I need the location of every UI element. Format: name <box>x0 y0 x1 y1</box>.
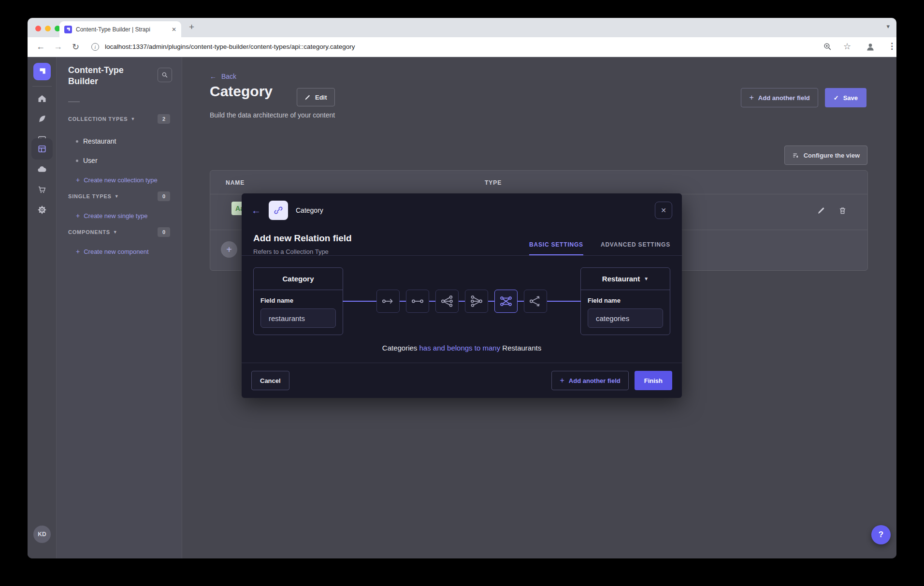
collection-types-count-badge: 2 <box>158 114 170 124</box>
edit-label: Edit <box>315 94 327 101</box>
save-button[interactable]: ✓ Save <box>825 88 866 107</box>
plus-icon: + <box>76 248 80 255</box>
ctb-sidebar-panel: Content-Type Builder COLLECTION TYPES▼ 2… <box>57 57 182 558</box>
modal-back-arrow-icon[interactable]: ← <box>251 205 261 216</box>
profile-avatar-icon[interactable] <box>866 42 875 54</box>
home-icon[interactable] <box>36 93 48 104</box>
reload-icon[interactable]: ↻ <box>72 42 79 52</box>
close-icon[interactable]: ✕ <box>655 202 672 219</box>
forward-icon[interactable]: → <box>54 42 62 52</box>
create-component-link[interactable]: +Create new component <box>76 248 149 255</box>
cancel-button[interactable]: Cancel <box>251 371 289 390</box>
edit-field-pencil-icon[interactable] <box>817 206 826 215</box>
finish-button[interactable]: Finish <box>635 371 672 390</box>
page-title: Category <box>210 83 273 100</box>
source-field-name-input[interactable]: restaurants <box>260 308 336 328</box>
tab-advanced-settings[interactable]: ADVANCED SETTINGS <box>601 241 670 255</box>
new-tab-button[interactable]: + <box>189 22 194 32</box>
section-single-types[interactable]: SINGLE TYPES▼ <box>68 193 119 199</box>
sidebar-item-user[interactable]: User <box>76 157 98 164</box>
plus-icon: + <box>76 212 80 220</box>
content-manager-feather-icon[interactable] <box>36 113 48 125</box>
close-window-button[interactable] <box>35 26 41 31</box>
table-add-field-button[interactable]: + <box>221 241 237 258</box>
search-button[interactable] <box>158 68 172 82</box>
bullet-icon <box>76 160 78 162</box>
header-actions: + Add another field ✓ Save <box>741 88 866 107</box>
browser-menu-icon[interactable]: ⋮ <box>888 41 896 51</box>
user-avatar[interactable]: KD <box>33 526 51 543</box>
target-collection-dropdown[interactable]: Restaurant ▼ <box>581 268 670 290</box>
relation-field-tile <box>269 201 288 220</box>
plus-icon: + <box>226 244 232 255</box>
relation-many-to-one-button[interactable] <box>465 290 488 313</box>
configure-view-button[interactable]: Configure the view <box>784 146 867 165</box>
link-label: Create new collection type <box>84 176 157 184</box>
browser-tab[interactable]: Content-Type Builder | Strapi ✕ <box>59 21 181 37</box>
chevron-down-icon: ▼ <box>644 276 649 281</box>
components-count-badge: 0 <box>158 227 170 237</box>
panel-title: Content-Type Builder <box>68 65 141 87</box>
bullet-icon <box>76 140 78 143</box>
zoom-icon[interactable] <box>823 42 832 53</box>
one-way-icon <box>381 294 395 308</box>
target-card: Restaurant ▼ Field name categories <box>580 267 670 335</box>
button-label: Save <box>843 94 858 102</box>
add-relation-modal: ← Category ✕ Add new Relation field <box>242 193 682 398</box>
browser-tabstrip: Content-Type Builder | Strapi ✕ + ▾ <box>28 18 896 37</box>
add-another-field-button[interactable]: + Add another field <box>741 88 818 107</box>
delete-field-trash-icon[interactable] <box>838 206 847 215</box>
bookmark-star-icon[interactable]: ☆ <box>843 41 851 52</box>
marketplace-cart-icon[interactable] <box>36 184 48 195</box>
modal-body: Category Field name restaurants <box>242 256 682 363</box>
back-link[interactable]: ←Back <box>210 73 236 80</box>
many-way-icon <box>528 294 543 308</box>
link-label: Create new component <box>84 248 148 255</box>
minimize-window-button[interactable] <box>45 26 51 31</box>
sidebar-item-restaurant[interactable]: Restaurant <box>76 137 116 145</box>
settings-gear-icon[interactable] <box>36 204 48 216</box>
site-info-icon[interactable]: i <box>91 43 99 51</box>
item-label: Restaurant <box>83 137 116 145</box>
item-label: User <box>83 157 98 164</box>
relation-many-way-button[interactable] <box>524 290 547 313</box>
relation-one-to-many-button[interactable] <box>435 290 459 313</box>
url-field[interactable]: localhost:1337/admin/plugins/content-typ… <box>105 43 355 50</box>
target-field-name-input[interactable]: categories <box>588 308 663 328</box>
strapi-admin-app: KD Content-Type Builder COLLECTION TYPES… <box>28 57 896 558</box>
modal-titlebar: Add new Relation field Refers to a Colle… <box>242 227 682 255</box>
search-icon <box>161 72 168 78</box>
cloud-icon[interactable] <box>36 163 48 175</box>
tab-close-icon[interactable]: ✕ <box>172 26 176 33</box>
edit-button[interactable]: Edit <box>297 88 335 106</box>
field-name-label: Field name <box>588 297 663 304</box>
sentence-relation: has and belongs to many <box>419 344 501 352</box>
relation-sentence: Categories has and belongs to many Resta… <box>253 344 670 352</box>
relation-one-to-one-button[interactable] <box>406 290 429 313</box>
tab-basic-settings[interactable]: BASIC SETTINGS <box>529 241 583 255</box>
plus-icon: + <box>76 176 80 184</box>
strapi-favicon-icon <box>64 26 72 33</box>
tab-search-chevron-icon[interactable]: ▾ <box>886 23 890 30</box>
section-label: SINGLE TYPES <box>68 193 112 199</box>
create-single-type-link[interactable]: +Create new single type <box>76 212 147 220</box>
relation-many-to-many-button[interactable] <box>494 290 518 313</box>
many-to-one-icon <box>469 294 484 308</box>
chevron-down-icon: ▼ <box>130 117 135 121</box>
section-collection-types[interactable]: COLLECTION TYPES▼ <box>68 116 135 122</box>
section-components[interactable]: COMPONENTS▼ <box>68 229 118 235</box>
modal-footer: Cancel + Add another field Finish <box>242 363 682 398</box>
content-type-builder-icon[interactable] <box>36 143 48 155</box>
modal-breadcrumb: Category <box>296 206 323 214</box>
back-icon[interactable]: ← <box>36 42 45 52</box>
relation-diagram: Category Field name restaurants <box>253 267 670 335</box>
strapi-logo[interactable] <box>33 63 51 80</box>
create-collection-type-link[interactable]: +Create new collection type <box>76 176 158 184</box>
modal-tabs: BASIC SETTINGS ADVANCED SETTINGS <box>529 241 670 255</box>
relation-one-way-button[interactable] <box>376 290 400 313</box>
screenshot-stage: Content-Type Builder | Strapi ✕ + ▾ ← → … <box>0 0 924 586</box>
modal-add-another-field-button[interactable]: + Add another field <box>551 371 628 390</box>
help-button[interactable]: ? <box>871 525 891 544</box>
nav-rail: KD <box>28 57 57 558</box>
link-icon <box>274 205 283 215</box>
